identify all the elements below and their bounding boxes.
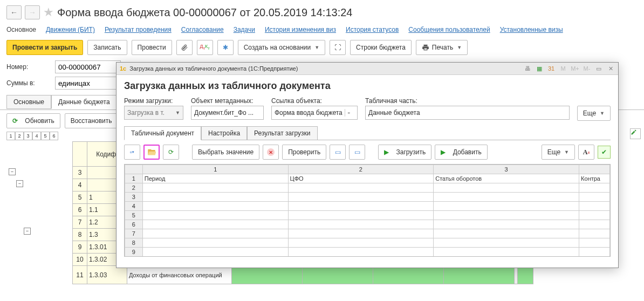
tree-expand-icon[interactable]: − <box>24 228 31 235</box>
import-icon[interactable]: ▭ <box>349 145 365 160</box>
open-file-icon[interactable] <box>143 145 160 160</box>
rownum: 10 <box>73 254 87 266</box>
cell-cfo[interactable]: ЦФО <box>288 174 434 183</box>
col-2: 2 <box>288 165 434 174</box>
nav-agree[interactable]: Согласование <box>181 26 224 33</box>
refresh-button[interactable]: ⟳ Обновить <box>6 113 60 128</box>
post-and-close-button[interactable]: Провести и закрыть <box>6 40 83 55</box>
save-button[interactable]: Записать <box>87 40 127 55</box>
clear-icon[interactable]: ✕ <box>263 145 279 160</box>
mrow: 2 <box>125 183 143 193</box>
rownum: 3 <box>73 167 87 179</box>
more-button[interactable]: Еще▼ <box>577 106 611 121</box>
nav-visas[interactable]: Установленные визы <box>500 26 563 33</box>
outline-tree: − − − <box>6 141 72 284</box>
mrow: 1 <box>125 174 143 183</box>
minimize-icon[interactable]: ▭ <box>594 64 603 73</box>
tree-expand-icon[interactable]: − <box>9 168 16 175</box>
meta-label: Объект метаданных: <box>191 97 264 105</box>
cell-period[interactable]: Период <box>142 174 288 183</box>
calc-icon[interactable]: ▦ <box>535 64 544 73</box>
export-icon[interactable]: ▭ <box>330 145 346 160</box>
lightbulb-icon[interactable]: ✱ <box>217 40 234 55</box>
favorite-star-icon[interactable]: ★ <box>43 5 54 19</box>
level-2[interactable]: 2 <box>15 132 24 140</box>
more2-label: Еще <box>547 148 560 156</box>
add-button[interactable]: ▶ Добавить <box>435 145 487 160</box>
meta-field[interactable]: Документ.бит_Фо ... <box>191 106 264 120</box>
nav-status-history[interactable]: История статусов <box>346 26 399 33</box>
close-icon[interactable]: ✕ <box>606 64 615 73</box>
tab-config[interactable]: Настройка <box>201 126 247 140</box>
nav-user-messages[interactable]: Сообщения пользователей <box>408 26 490 33</box>
tab-main[interactable]: Основные <box>6 95 51 109</box>
import-spreadsheet[interactable]: 1 2 3 1ПериодЦФОСтатья оборотовКонтра 2 … <box>125 165 610 257</box>
nav-main[interactable]: Основное <box>6 26 36 33</box>
mrow: 4 <box>125 202 143 211</box>
more-button-2[interactable]: Еще▼ <box>542 145 575 160</box>
edit-pencil-icon[interactable] <box>630 128 641 139</box>
number-field[interactable] <box>55 60 121 73</box>
forward-button[interactable]: → <box>25 5 40 19</box>
col-1: 1 <box>142 165 288 174</box>
tab-doc[interactable]: Табличный документ <box>124 126 201 140</box>
save-file-icon[interactable]: ▫▾ <box>124 145 140 160</box>
level-5[interactable]: 5 <box>41 132 50 140</box>
check-button[interactable]: Проверить <box>282 145 326 160</box>
mode-label: Режим загрузки: <box>124 97 183 105</box>
level-4[interactable]: 4 <box>32 132 41 140</box>
nav-tasks[interactable]: Задачи <box>234 26 255 33</box>
mode-value: Загрузка в т. <box>127 109 165 117</box>
sums-field[interactable] <box>55 77 121 90</box>
pick-value-button[interactable]: Выбрать значение <box>192 145 259 160</box>
attach-icon[interactable] <box>176 40 193 55</box>
meta-value: Документ.бит_Фо ... <box>194 109 254 117</box>
m-icon[interactable]: M <box>559 64 567 73</box>
m-minus-icon[interactable]: M- <box>583 64 591 73</box>
create-based-button[interactable]: Создать на основании▼ <box>238 40 325 55</box>
mrow: 6 <box>125 220 143 229</box>
ref-label: Ссылка объекта: <box>271 97 358 105</box>
level-3[interactable]: 3 <box>24 132 32 140</box>
level-6[interactable]: 6 <box>50 132 58 140</box>
tab-result[interactable]: Результат загрузки <box>247 126 317 140</box>
font-icon[interactable]: Aя <box>578 145 594 160</box>
cell-art[interactable]: Статья оборотов <box>434 174 579 183</box>
modal-window-title: Загрузка данных из табличного документа … <box>129 65 298 72</box>
calendar-icon[interactable]: 31 <box>547 64 556 73</box>
reload-icon[interactable]: ⟳ <box>163 145 179 160</box>
back-button[interactable]: ← <box>6 5 22 19</box>
mrow: 5 <box>125 211 143 220</box>
tab-budget-data[interactable]: Данные бюджета <box>51 95 117 109</box>
open-ref-icon[interactable]: ▫ <box>345 109 350 117</box>
print-button[interactable]: Печать▼ <box>416 40 468 55</box>
budget-rows-button[interactable]: Строки бюджета <box>350 40 412 55</box>
post-button[interactable]: Провести <box>132 40 172 55</box>
mrow: 3 <box>125 193 143 202</box>
ref-value: Форма ввода бюджета <box>275 109 342 117</box>
tree-expand-icon[interactable]: − <box>16 180 23 187</box>
nav-result[interactable]: Результат проведения <box>105 26 172 33</box>
rownum: 6 <box>73 204 87 216</box>
tabpart-label: Табличная часть: <box>365 97 570 105</box>
expand-icon[interactable]: ⛶ <box>330 40 346 55</box>
level-1[interactable]: 1 <box>6 132 15 140</box>
load-button[interactable]: ▶ Загрузить <box>378 145 431 160</box>
print-icon[interactable]: 🖶 <box>523 64 532 73</box>
nav-visa-history[interactable]: История изменения виз <box>265 26 336 33</box>
rownum: 5 <box>73 191 87 204</box>
col-3: 3 <box>434 165 579 174</box>
cell-contr[interactable]: Контра <box>579 174 610 183</box>
printer-icon <box>422 44 429 51</box>
rownum: 7 <box>73 216 87 229</box>
check-toggle[interactable]: ✔ <box>598 146 611 159</box>
dkkt-icon[interactable]: ДтКт <box>197 40 213 55</box>
mode-select[interactable]: Загрузка в т.▼ <box>124 106 183 120</box>
ref-field[interactable]: Форма ввода бюджета▫ <box>271 106 358 120</box>
tabpart-field[interactable]: Данные бюджета <box>365 106 570 120</box>
import-modal: 1с Загрузка данных из табличного докумен… <box>116 62 619 268</box>
m-plus-icon[interactable]: M+ <box>571 64 579 73</box>
nav-bit[interactable]: Движения (БИТ) <box>46 26 95 33</box>
restore-button[interactable]: Восстановить <box>65 113 118 128</box>
number-label: Номер: <box>6 63 50 71</box>
